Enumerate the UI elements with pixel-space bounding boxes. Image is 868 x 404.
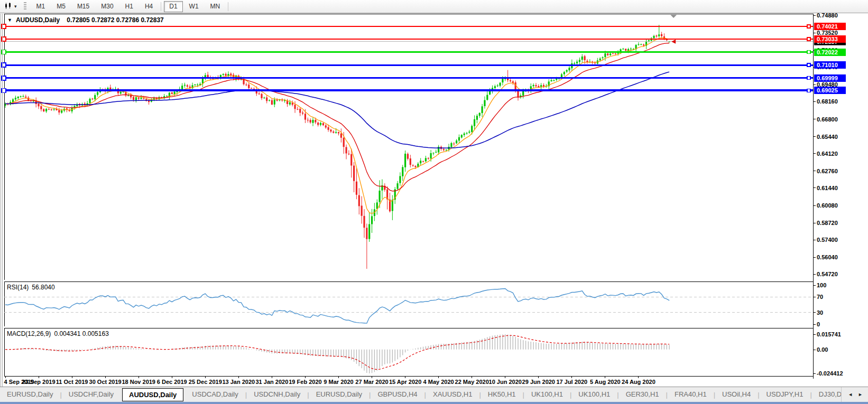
level-line-0.71010[interactable]: 0.71010 <box>2 61 846 69</box>
chart-canvas: 0.748800.735200.721600.708400.694800.681… <box>0 0 868 404</box>
panel-splitter-rsi[interactable] <box>4 280 813 281</box>
timeframe-button-m5[interactable]: M5 <box>51 1 71 12</box>
tab-12-fra40-h1[interactable]: FRA40,H1 <box>668 388 714 401</box>
window-edge-line <box>2 14 3 387</box>
tab-13-usoil-h4[interactable]: USOil,H4 <box>715 388 758 401</box>
chart-mode-dropdown-icon[interactable]: ▾ <box>14 4 17 9</box>
svg-text:0.64120: 0.64120 <box>817 151 838 157</box>
tab-scroll-right-icon[interactable]: ► <box>858 392 863 397</box>
timeframe-buttons: M1M5M15M30H1H4D1W1MN <box>31 1 231 12</box>
chart-mode-button[interactable]: ▾ <box>3 2 19 11</box>
svg-text:19 Feb 2020: 19 Feb 2020 <box>289 379 321 385</box>
tab-9-uk100-h1[interactable]: UK100,H1 <box>524 388 570 401</box>
chart-title-dropdown-icon[interactable]: ▼ <box>7 17 12 23</box>
tab-4-usdcnh-daily[interactable]: USDCNH,Daily <box>247 388 307 401</box>
svg-text:22 May 2020: 22 May 2020 <box>455 379 489 385</box>
svg-text:0.73520: 0.73520 <box>817 30 838 36</box>
chart-title: ▼AUDUSD,Daily0.72805 0.72872 0.72786 0.7… <box>7 16 164 24</box>
rsi-level-lines <box>4 297 813 313</box>
svg-text:0.62760: 0.62760 <box>817 168 838 174</box>
chart-shift-marker-icon[interactable] <box>670 15 677 18</box>
tab-6-gbpusd-h4[interactable]: GBPUSD,H4 <box>371 388 424 401</box>
tab-2-audusd-daily[interactable]: AUDUSD,Daily <box>122 388 183 401</box>
chart-symbol-period: AUDUSD,Daily <box>16 16 60 24</box>
macd-histogram <box>5 334 669 373</box>
chart-tab-bar: EURUSD,Daily|USDCHF,DailyAUDUSD,DailyUSD… <box>0 387 868 402</box>
svg-text:0.74021: 0.74021 <box>817 23 838 30</box>
svg-text:17 Jul 2020: 17 Jul 2020 <box>556 379 587 385</box>
timeframe-button-d1[interactable]: D1 <box>164 1 182 12</box>
svg-text:25 Dec 2019: 25 Dec 2019 <box>189 379 222 385</box>
macd-signal-line <box>5 335 669 369</box>
svg-text:5 Aug 2020: 5 Aug 2020 <box>590 379 621 385</box>
level-line-0.72022[interactable]: 0.72022 <box>2 49 846 56</box>
svg-text:0: 0 <box>817 321 820 327</box>
tab-0-eurusd-daily[interactable]: EURUSD,Daily <box>0 388 60 401</box>
svg-text:-0.024412: -0.024412 <box>817 370 843 377</box>
svg-text:0.60080: 0.60080 <box>817 202 838 209</box>
tab-8-hk50-h1[interactable]: HK50,H1 <box>481 388 523 401</box>
macd-indicator-label: MACD(12,26,9)0.004341 0.005163 <box>7 330 109 337</box>
svg-text:24 Aug 2020: 24 Aug 2020 <box>622 379 655 385</box>
svg-text:0.00: 0.00 <box>817 346 828 353</box>
panel-borders <box>4 14 813 376</box>
tab-3-usdcad-daily[interactable]: USDCAD,Daily <box>185 388 245 401</box>
timeframe-button-h1[interactable]: H1 <box>120 1 138 12</box>
moving-average-fast-line <box>5 37 669 213</box>
svg-text:15 Apr 2020: 15 Apr 2020 <box>389 379 421 385</box>
macd-name: MACD(12,26,9) <box>7 330 51 337</box>
candlestick-chart-icon <box>4 3 13 10</box>
toolbar-separator <box>228 2 228 11</box>
macd-values: 0.004341 0.005163 <box>54 330 108 337</box>
svg-text:29 Jun 2020: 29 Jun 2020 <box>522 379 555 385</box>
svg-text:27 Mar 2020: 27 Mar 2020 <box>355 379 388 385</box>
macd-axis[interactable]: 0.0157410.00-0.024412 <box>813 331 843 377</box>
svg-text:11 Oct 2019: 11 Oct 2019 <box>56 379 88 385</box>
toolbar-separator <box>161 2 161 11</box>
timeframe-button-mn[interactable]: MN <box>205 1 226 12</box>
tab-14-usdjpy-h1[interactable]: USDJPY,H1 <box>760 388 810 401</box>
svg-text:13 Jan 2020: 13 Jan 2020 <box>222 379 255 385</box>
tab-1-usdchf-daily[interactable]: USDCHF,Daily <box>62 388 121 401</box>
rsi-value: 56.8040 <box>32 284 54 291</box>
time-axis[interactable]: 4 Sep 201923 Sep 201911 Oct 201930 Oct 2… <box>4 376 655 385</box>
svg-text:6 Dec 2019: 6 Dec 2019 <box>157 379 187 385</box>
tab-scroll-buttons: ◄► <box>841 387 868 402</box>
svg-text:0.69999: 0.69999 <box>817 75 838 81</box>
svg-text:9 Mar 2020: 9 Mar 2020 <box>324 379 353 385</box>
tab-5-eurusd-daily[interactable]: EURUSD,Daily <box>309 388 369 401</box>
panel-splitter-macd[interactable] <box>4 326 813 328</box>
rsi-line <box>5 289 669 324</box>
window-bottom-strip <box>0 402 868 404</box>
svg-text:0.69025: 0.69025 <box>817 87 838 93</box>
timeframe-button-m15[interactable]: M15 <box>72 1 95 12</box>
svg-text:30 Oct 2019: 30 Oct 2019 <box>89 379 122 385</box>
svg-text:0.015741: 0.015741 <box>817 331 841 337</box>
svg-text:0.54720: 0.54720 <box>817 271 838 277</box>
svg-text:0.56040: 0.56040 <box>817 254 838 260</box>
svg-text:0.57400: 0.57400 <box>817 237 838 243</box>
svg-text:100: 100 <box>817 282 826 288</box>
window-edge-line <box>1 14 1 387</box>
timeframe-button-m1[interactable]: M1 <box>31 1 51 12</box>
tab-11-ger30-h1[interactable]: GER30,H1 <box>619 388 666 401</box>
tab-7-xauusd-h1[interactable]: XAUUSD,H1 <box>426 388 479 401</box>
rsi-indicator-label: RSI(14)56.8040 <box>7 284 55 291</box>
level-line-0.69999[interactable]: 0.69999 <box>2 74 846 82</box>
svg-text:10 Jun 2020: 10 Jun 2020 <box>489 379 522 385</box>
svg-text:30: 30 <box>817 309 823 316</box>
rsi-axis[interactable]: 10070300 <box>813 282 826 327</box>
timeframe-button-h4[interactable]: H4 <box>140 1 158 12</box>
svg-text:0.66800: 0.66800 <box>817 116 838 123</box>
moving-average-slow-line <box>5 72 669 148</box>
timeframe-button-m30[interactable]: M30 <box>96 1 118 12</box>
toolbar-grip-handle[interactable] <box>24 2 26 11</box>
svg-text:31 Jan 2020: 31 Jan 2020 <box>256 379 289 385</box>
timeframe-button-w1[interactable]: W1 <box>184 1 204 12</box>
chart-ohlc-values: 0.72805 0.72872 0.72786 0.72837 <box>67 16 164 24</box>
tab-scroll-left-icon[interactable]: ◄ <box>848 392 853 397</box>
tab-10-uk100-h1[interactable]: UK100,H1 <box>571 388 617 401</box>
svg-text:70: 70 <box>817 294 823 300</box>
svg-text:0.65440: 0.65440 <box>817 134 838 140</box>
svg-text:18 Nov 2019: 18 Nov 2019 <box>122 379 155 385</box>
